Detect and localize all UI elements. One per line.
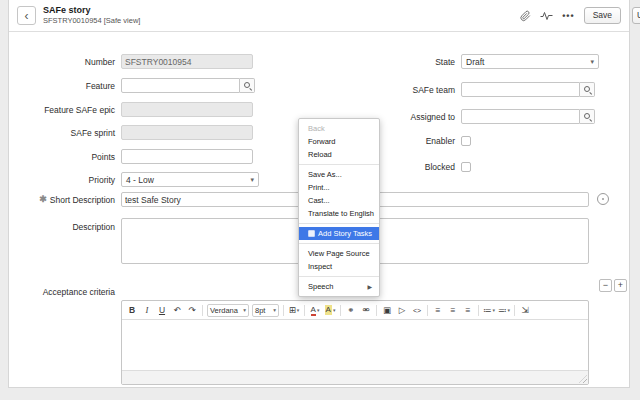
editor-footer [122, 370, 588, 384]
menu-item-back: Back [299, 122, 379, 135]
field-label-safe-team: SAFe team [345, 82, 455, 97]
update-button[interactable]: Update [632, 7, 640, 24]
expand-button[interactable]: + [614, 279, 627, 292]
search-icon [583, 85, 592, 94]
field-label-state: State [345, 54, 455, 69]
toolbar-divider [202, 305, 203, 316]
menu-item-inspect[interactable]: Inspect [299, 260, 379, 273]
safe-team-field [461, 82, 595, 97]
assigned-to-input[interactable] [461, 109, 580, 124]
submenu-arrow-icon: ▶ [367, 283, 372, 290]
required-icon: ✱ [39, 195, 47, 204]
record-id: SFSTRY0010954 [Safe view] [43, 16, 140, 25]
menu-separator [299, 223, 379, 224]
editor-toolbar: B I U ↶ ↷ Verdana▾ 8pt▾ ⊞▾ A▾ A▾ ⚭ ⚮ ▣ ▷… [122, 301, 588, 320]
align-right-icon[interactable]: ≡ [461, 304, 475, 317]
menu-item-save-as[interactable]: Save As... [299, 168, 379, 181]
toolbar-divider [304, 305, 305, 316]
acceptance-criteria-text-area[interactable] [122, 320, 588, 370]
chevron-down-icon: ▾ [590, 58, 594, 66]
chevron-down-icon: ▾ [273, 307, 276, 313]
acceptance-criteria-editor: B I U ↶ ↷ Verdana▾ 8pt▾ ⊞▾ A▾ A▾ ⚭ ⚮ ▣ ▷… [121, 300, 589, 385]
bullet-list-icon[interactable]: ≔▾ [482, 304, 496, 317]
safe-team-input[interactable] [461, 82, 580, 97]
field-label-priority: Priority [9, 172, 115, 187]
chevron-down-icon: ▾ [243, 307, 246, 313]
align-center-icon[interactable]: ≡ [446, 304, 460, 317]
menu-item-view-page-source[interactable]: View Page Source [299, 247, 379, 260]
number-field[interactable] [121, 54, 253, 69]
menu-separator [299, 276, 379, 277]
bold-button[interactable]: B [125, 304, 139, 317]
menu-separator [299, 164, 379, 165]
font-family-select[interactable]: Verdana▾ [207, 304, 249, 317]
menu-item-reload[interactable]: Reload [299, 148, 379, 161]
points-field[interactable] [121, 149, 253, 164]
enabler-checkbox[interactable] [461, 136, 471, 146]
menu-item-speech[interactable]: Speech ▶ [299, 280, 379, 293]
title-block: SAFe story SFSTRY0010954 [Safe view] [43, 5, 140, 26]
chevron-down-icon: ▾ [250, 176, 254, 184]
feature-field [121, 78, 255, 93]
numbered-list-icon[interactable]: ≕▾ [497, 304, 511, 317]
toolbar-divider [478, 305, 479, 316]
menu-separator [299, 243, 379, 244]
underline-button[interactable]: U [155, 304, 169, 317]
field-label-points: Points [9, 149, 115, 164]
toolbar-divider [376, 305, 377, 316]
back-button[interactable]: ‹ [17, 6, 36, 25]
safe-team-lookup-button[interactable] [580, 82, 595, 97]
menu-item-translate[interactable]: Translate to English [299, 207, 379, 220]
redo-icon[interactable]: ↷ [185, 304, 199, 317]
toolbar-divider [514, 305, 515, 316]
link-icon[interactable]: ⚭ [344, 304, 358, 317]
chevron-left-icon: ‹ [25, 9, 29, 23]
menu-item-print[interactable]: Print... [299, 181, 379, 194]
field-label-feature: Feature [9, 78, 115, 93]
table-icon[interactable]: ⊞▾ [287, 304, 301, 317]
field-label-short-description: ✱ Short Description [9, 192, 115, 207]
field-hint-icon[interactable] [597, 193, 609, 205]
toolbar-divider [340, 305, 341, 316]
field-label-acceptance-criteria: Acceptance criteria [9, 284, 115, 299]
feature-safe-epic-field[interactable] [121, 102, 253, 117]
context-menu: Back Forward Reload Save As... Print... … [298, 118, 380, 297]
menu-item-add-story-tasks[interactable]: Add Story Tasks [299, 227, 379, 240]
attachment-icon[interactable] [520, 10, 531, 22]
resize-handle[interactable] [579, 375, 587, 383]
unlink-icon[interactable]: ⚮ [359, 304, 373, 317]
toolbar-divider [283, 305, 284, 316]
safe-sprint-field[interactable] [121, 125, 253, 140]
extension-icon [308, 230, 315, 237]
menu-item-forward[interactable]: Forward [299, 135, 379, 148]
assigned-to-lookup-button[interactable] [580, 109, 595, 124]
font-size-select[interactable]: 8pt▾ [252, 304, 279, 317]
undo-icon[interactable]: ↶ [170, 304, 184, 317]
activity-stream-icon[interactable] [540, 11, 553, 21]
field-label-number: Number [9, 54, 115, 69]
page-title: SAFe story [43, 5, 140, 16]
fullscreen-icon[interactable]: ⇲ [518, 304, 532, 317]
field-label-feature-safe-epic: Feature SAFe epic [9, 102, 115, 117]
header-actions: ••• Save [520, 7, 621, 24]
text-color-icon[interactable]: A▾ [308, 304, 322, 317]
menu-item-cast[interactable]: Cast... [299, 194, 379, 207]
save-button[interactable]: Save [584, 7, 621, 24]
field-label-safe-sprint: SAFe sprint [9, 125, 115, 140]
toolbar-divider [427, 305, 428, 316]
collapse-button[interactable]: − [599, 279, 612, 292]
code-view-icon[interactable]: <> [410, 304, 424, 317]
form-header: ‹ SAFe story SFSTRY0010954 [Safe view] •… [9, 0, 629, 32]
field-label-description: Description [9, 219, 115, 234]
feature-lookup-button[interactable] [240, 78, 255, 93]
more-options-icon[interactable]: ••• [562, 11, 574, 21]
align-left-icon[interactable]: ≡ [431, 304, 445, 317]
media-icon[interactable]: ▷ [395, 304, 409, 317]
priority-select[interactable]: 4 - Low ▾ [121, 172, 259, 187]
italic-button[interactable]: I [140, 304, 154, 317]
image-icon[interactable]: ▣ [380, 304, 394, 317]
blocked-checkbox[interactable] [461, 162, 471, 172]
background-color-icon[interactable]: A▾ [323, 304, 337, 317]
feature-input[interactable] [121, 78, 240, 93]
state-select[interactable]: Draft ▾ [461, 54, 599, 69]
